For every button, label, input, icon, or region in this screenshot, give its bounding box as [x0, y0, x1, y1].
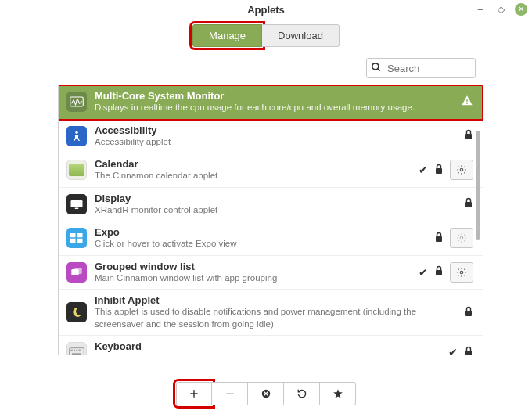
settings-button[interactable]: [450, 160, 473, 180]
lock-icon: [434, 265, 444, 279]
applet-status: [464, 306, 473, 319]
applet-desc: XRandR monitor control applet: [95, 204, 456, 217]
applet-desc: Keyboard layout: [95, 352, 440, 355]
check-icon: ✔: [448, 346, 458, 355]
inhibit-icon: [66, 302, 87, 322]
action-bar: [0, 373, 532, 414]
svg-rect-24: [71, 350, 73, 351]
applet-desc: Click or hover to activate Expo view: [95, 238, 426, 250]
minimize-button[interactable]: –: [474, 3, 487, 16]
expo-icon: [66, 228, 87, 248]
applet-desc: Accessibility applet: [95, 136, 456, 149]
applet-texts: Multi-Core System Monitor Displays in re…: [95, 90, 453, 114]
svg-rect-27: [79, 350, 81, 351]
tab-download[interactable]: Download: [262, 24, 340, 47]
lock-icon: [464, 129, 473, 142]
warning-icon: [461, 95, 473, 110]
tab-bar: Manage Download: [0, 20, 532, 50]
svg-rect-10: [75, 207, 79, 209]
applet-texts: Calendar The Cinnamon calendar applet: [95, 158, 411, 182]
search-input[interactable]: [366, 58, 476, 78]
remove-button[interactable]: [212, 382, 248, 405]
applet-name: Calendar: [95, 158, 411, 170]
svg-point-17: [460, 237, 463, 240]
applet-row-inhibit[interactable]: Inhibit Applet This applet is used to di…: [59, 290, 483, 336]
applet-name: Inhibit Applet: [95, 294, 456, 306]
window-title: Applets: [247, 4, 285, 16]
monitor-icon: [66, 92, 87, 112]
applet-desc: Displays in realtime the cpu usage for e…: [95, 102, 453, 114]
svg-rect-25: [74, 350, 75, 351]
maximize-button[interactable]: ◇: [494, 3, 507, 16]
applet-row-grouped[interactable]: Grouped window list Main Cinnamon window…: [59, 256, 483, 290]
svg-rect-29: [466, 351, 472, 355]
scrollbar[interactable]: [476, 131, 480, 342]
settings-button[interactable]: [450, 228, 473, 248]
svg-rect-6: [466, 134, 472, 139]
applet-name: Display: [95, 193, 456, 204]
svg-rect-9: [71, 200, 83, 207]
applet-status: [461, 95, 473, 110]
restore-button[interactable]: [284, 382, 320, 405]
svg-rect-19: [74, 268, 81, 274]
svg-rect-3: [466, 99, 467, 102]
svg-rect-11: [466, 202, 472, 207]
svg-rect-16: [436, 236, 442, 242]
svg-rect-26: [76, 350, 77, 351]
svg-rect-14: [70, 239, 76, 243]
applet-texts: Accessibility Accessibility applet: [95, 124, 456, 149]
search-icon: [371, 62, 382, 75]
applet-row-calendar[interactable]: Calendar The Cinnamon calendar applet ✔: [59, 153, 483, 188]
applet-list: Multi-Core System Monitor Displays in re…: [58, 85, 483, 355]
applet-name: Grouped window list: [95, 261, 411, 272]
action-group: [176, 382, 356, 405]
search-input-wrap: [366, 58, 476, 78]
lock-icon: [434, 232, 444, 245]
calendar-icon: [66, 160, 87, 180]
applet-row-expo[interactable]: Expo Click or hover to activate Expo vie…: [59, 221, 483, 256]
applet-name: Multi-Core System Monitor: [95, 90, 453, 102]
svg-point-5: [75, 131, 77, 133]
svg-rect-13: [77, 233, 83, 237]
add-button[interactable]: [176, 382, 212, 405]
applet-status: [464, 197, 473, 211]
applet-name: Keyboard: [95, 340, 440, 352]
applet-status: ✔: [448, 346, 473, 355]
applet-texts: Grouped window list Main Cinnamon window…: [95, 261, 411, 285]
applet-texts: Expo Click or hover to activate Expo vie…: [95, 226, 426, 250]
applet-row-keyboard[interactable]: Keyboard Keyboard layout ✔: [59, 336, 483, 355]
svg-rect-22: [466, 311, 472, 316]
lock-icon: [464, 197, 473, 211]
svg-point-0: [372, 63, 379, 70]
svg-point-21: [460, 271, 463, 274]
grouped-icon: [66, 262, 87, 283]
search-bar: [0, 50, 532, 85]
check-icon: ✔: [419, 266, 428, 279]
titlebar: Applets – ◇ ✕: [0, 0, 532, 20]
applet-row-multicore[interactable]: Multi-Core System Monitor Displays in re…: [59, 85, 483, 120]
applet-desc: This applet is used to disable notificat…: [95, 306, 456, 330]
svg-rect-15: [77, 239, 83, 243]
applet-texts: Keyboard Keyboard layout: [95, 340, 440, 355]
close-button[interactable]: ✕: [515, 3, 527, 16]
svg-rect-4: [466, 103, 467, 103]
svg-line-1: [378, 69, 380, 71]
applet-row-accessibility[interactable]: Accessibility Accessibility applet: [59, 120, 483, 154]
applet-desc: Main Cinnamon window list with app group…: [95, 272, 411, 285]
uninstall-button[interactable]: [248, 382, 284, 405]
svg-rect-28: [72, 354, 81, 355]
check-icon: ✔: [419, 164, 428, 176]
window-controls: – ◇ ✕: [474, 3, 527, 16]
lock-icon: [434, 164, 444, 177]
scrollbar-thumb[interactable]: [476, 131, 480, 240]
about-button[interactable]: [320, 382, 356, 405]
applet-texts: Display XRandR monitor control applet: [95, 193, 456, 217]
applet-row-display[interactable]: Display XRandR monitor control applet: [59, 188, 483, 222]
tab-manage[interactable]: Manage: [192, 24, 262, 47]
applet-status: [464, 129, 473, 142]
applet-name: Accessibility: [95, 124, 456, 136]
svg-rect-20: [436, 270, 442, 275]
svg-point-8: [460, 169, 463, 172]
applet-texts: Inhibit Applet This applet is used to di…: [95, 294, 456, 330]
settings-button[interactable]: [450, 262, 473, 283]
